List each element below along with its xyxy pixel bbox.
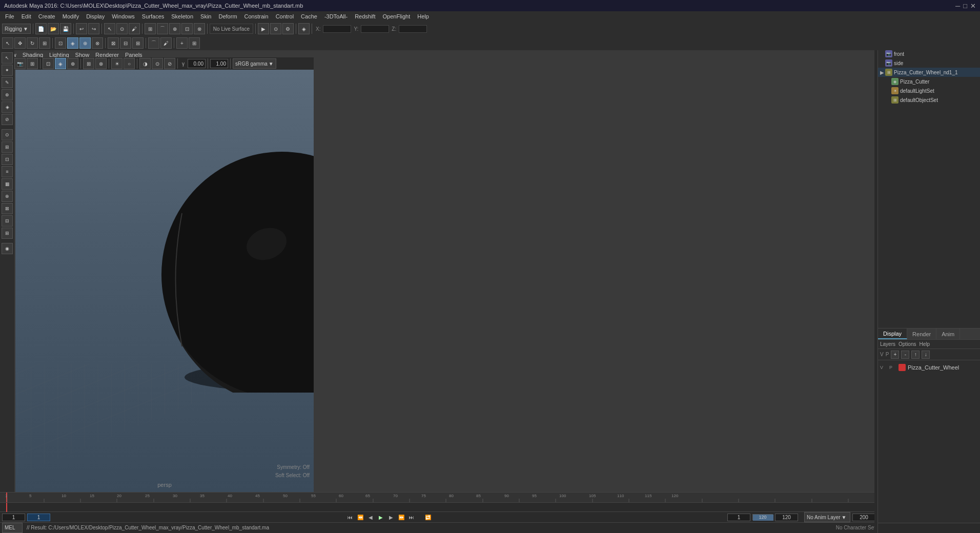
vp-shadow-btn[interactable]: ◑: [139, 58, 151, 69]
render-current-button[interactable]: ▶: [258, 23, 269, 34]
close-button[interactable]: ✕: [970, 2, 976, 10]
menu-display[interactable]: Display: [83, 12, 108, 20]
vp-wireframe-btn[interactable]: ⊡: [43, 58, 54, 69]
minimize-button[interactable]: ─: [955, 2, 960, 10]
menu-edit[interactable]: Edit: [18, 12, 34, 20]
soft-mod-button[interactable]: ◈: [67, 37, 78, 49]
lp-btn10[interactable]: ≡: [2, 166, 13, 177]
lp-btn13[interactable]: ⊠: [2, 203, 13, 214]
current-frame-input[interactable]: [27, 514, 50, 521]
render-tab-display[interactable]: Display: [878, 329, 907, 339]
lp-btn14[interactable]: ⊟: [2, 215, 13, 227]
prev-step-btn[interactable]: ◀: [366, 513, 375, 521]
vp-ao-btn[interactable]: ⊙: [152, 58, 163, 69]
rivet-btn[interactable]: ⊕: [2, 89, 13, 100]
next-step-btn[interactable]: ▶: [387, 513, 395, 521]
jump-end-btn[interactable]: ⏭: [407, 513, 416, 521]
rotate-tool-button[interactable]: ↻: [27, 37, 38, 49]
lp-btn11[interactable]: ▦: [2, 178, 13, 190]
color-space-dropdown[interactable]: sRGB gamma ▼: [233, 58, 276, 69]
menu-control[interactable]: Control: [273, 12, 297, 20]
render-toolbar-btn2[interactable]: -: [901, 351, 909, 359]
menu-file[interactable]: File: [2, 12, 17, 20]
3d-viewport[interactable]: persp Symmetry: Off Soft Select: Off: [15, 70, 314, 492]
snap-surface-button[interactable]: ⊡: [181, 23, 193, 34]
menu-modify[interactable]: Modify: [59, 12, 82, 20]
tree-item-pizza-cutter[interactable]: ◈ Pizza_Cutter: [878, 77, 980, 86]
render-subtab-layers[interactable]: Layers: [880, 341, 895, 347]
scale-tool-button[interactable]: ⊞: [39, 37, 50, 49]
transform-button[interactable]: ⊞: [189, 37, 200, 49]
translate-tool-button[interactable]: ✥: [14, 37, 26, 49]
render-subtab-options[interactable]: Options: [899, 341, 916, 347]
component-mode-button[interactable]: ⊟: [120, 37, 131, 49]
render-settings-button[interactable]: ⚙: [282, 23, 294, 34]
snap-curve-button[interactable]: ⌒: [157, 23, 168, 34]
tree-item-pizza-group[interactable]: ▶ ⊞ Pizza_Cutter_Wheel_nd1_1: [878, 68, 980, 77]
vp-gain-input[interactable]: [210, 59, 228, 68]
render-toolbar-btn4[interactable]: ↓: [922, 351, 930, 359]
select-tool-button[interactable]: ↖: [2, 37, 13, 49]
menu-openflight[interactable]: OpenFlight: [379, 12, 413, 20]
undo-button[interactable]: ↩: [76, 23, 87, 34]
vp-hud-btn[interactable]: ⊗: [95, 58, 107, 69]
render-subtab-help[interactable]: Help: [919, 341, 930, 347]
vp-flat-btn[interactable]: ⊕: [67, 58, 78, 69]
vert-mode-button[interactable]: ⊞: [132, 37, 144, 49]
menu-redshift[interactable]: Redshift: [352, 12, 378, 20]
next-frame-btn[interactable]: ⏩: [397, 513, 405, 521]
wrap-btn[interactable]: ⊘: [2, 114, 13, 125]
vp-aa-btn[interactable]: ⊘: [164, 58, 175, 69]
x-coord-input[interactable]: [323, 25, 351, 33]
object-mode-button[interactable]: ⊠: [108, 37, 119, 49]
vp-cam-btn[interactable]: 📷: [14, 58, 26, 69]
show-manip-button[interactable]: ⊕: [79, 37, 91, 49]
snap-grid-button[interactable]: ⊞: [145, 23, 156, 34]
range-start-input[interactable]: [727, 514, 750, 521]
render-layer-row[interactable]: V P Pizza_Cutter_Wheel: [880, 362, 978, 373]
tree-item-object-set[interactable]: ⊞ defaultObjectSet: [878, 95, 980, 105]
lasso-select-button[interactable]: ⊙: [116, 23, 128, 34]
menu-deform[interactable]: Deform: [215, 12, 240, 20]
lp-btn16[interactable]: ◉: [2, 243, 13, 254]
end-frame-input[interactable]: [852, 514, 875, 521]
menu-3dtoall[interactable]: -3DToAll-: [321, 12, 351, 20]
frame-slider-track[interactable]: 120: [752, 514, 773, 520]
vp-obj-btn[interactable]: ⊞: [27, 58, 38, 69]
prev-frame-btn[interactable]: ⏪: [356, 513, 364, 521]
last-tool-button[interactable]: ⊗: [92, 37, 103, 49]
frame-slider[interactable]: 120: [752, 514, 773, 520]
play-btn[interactable]: ▶: [377, 513, 385, 521]
menu-skin[interactable]: Skin: [197, 12, 214, 20]
open-file-button[interactable]: 📂: [48, 23, 59, 34]
timeline-track[interactable]: [0, 503, 877, 512]
lp-btn15[interactable]: ⊞: [2, 228, 13, 239]
start-frame-input[interactable]: [2, 514, 25, 521]
jump-start-btn[interactable]: ⏮: [346, 513, 354, 521]
window-controls[interactable]: ─ □ ✕: [955, 2, 976, 10]
menu-cache[interactable]: Cache: [298, 12, 320, 20]
save-file-button[interactable]: 💾: [60, 23, 71, 34]
paint-select-button[interactable]: 🖌: [129, 23, 140, 34]
tree-item-front[interactable]: 📷 front: [878, 49, 980, 58]
select-mode-left-btn[interactable]: ↖: [2, 52, 13, 64]
snap-point-button[interactable]: ⊕: [169, 23, 180, 34]
panel-divider[interactable]: [874, 0, 877, 533]
maximize-button[interactable]: □: [963, 2, 967, 10]
menu-skeleton[interactable]: Skeleton: [168, 12, 196, 20]
render-tab-anim[interactable]: Anim: [936, 329, 960, 339]
show-hide-button[interactable]: ◈: [298, 23, 310, 34]
vp-smooth-btn[interactable]: ◈: [55, 58, 66, 69]
render-toolbar-btn1[interactable]: +: [891, 351, 899, 359]
layer-visibility-p[interactable]: P: [889, 365, 896, 370]
vp-light2-btn[interactable]: ○: [124, 58, 135, 69]
snap-view-button[interactable]: ⊗: [194, 23, 205, 34]
sculpt-btn[interactable]: ✎: [2, 77, 13, 88]
select-mode-button[interactable]: ↖: [104, 23, 115, 34]
vp-gamma-input[interactable]: [188, 59, 206, 68]
lp-btn9[interactable]: ⊡: [2, 154, 13, 165]
layer-visibility-v[interactable]: V: [880, 365, 887, 370]
lp-btn7[interactable]: ⊙: [2, 129, 13, 140]
tree-item-side[interactable]: 📷 side: [878, 58, 980, 68]
menu-help[interactable]: Help: [414, 12, 432, 20]
